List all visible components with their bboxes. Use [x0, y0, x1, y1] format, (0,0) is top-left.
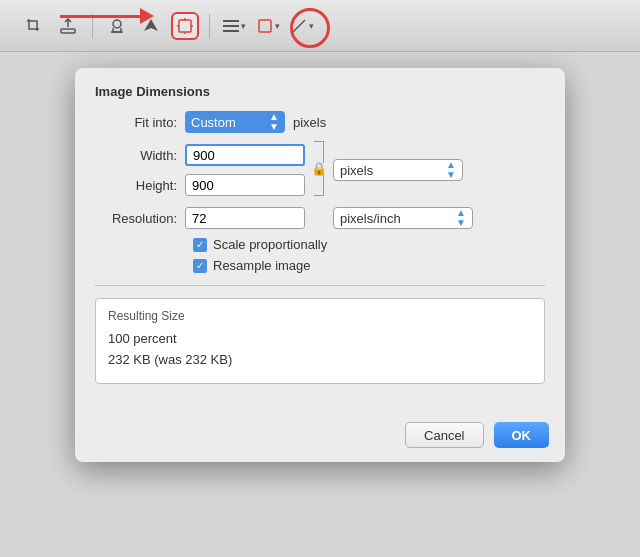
- scale-proportionally-row[interactable]: ✓ Scale proportionally: [193, 237, 545, 252]
- pixels-unit-label: pixels: [340, 163, 442, 178]
- resulting-size-section: Resulting Size 100 percent 232 KB (was 2…: [95, 298, 545, 384]
- arrow-line: [60, 15, 140, 18]
- arrow-annotation: [60, 8, 154, 24]
- section-title: Image Dimensions: [95, 84, 545, 99]
- ok-button[interactable]: OK: [494, 422, 550, 448]
- fit-into-label: Fit into:: [95, 115, 185, 130]
- svg-rect-11: [259, 20, 271, 32]
- fit-into-arrow-icon: ▲▼: [269, 112, 279, 132]
- arrow-head: [140, 8, 154, 24]
- cancel-button[interactable]: Cancel: [405, 422, 483, 448]
- menu-dropdown[interactable]: ▾: [220, 12, 248, 40]
- circle-annotation: [290, 8, 330, 48]
- pixels-per-inch-arrow-icon: ▲▼: [456, 208, 466, 228]
- dialog-content: Image Dimensions Fit into: Custom ▲▼ pix…: [75, 68, 565, 412]
- width-input[interactable]: [185, 144, 305, 166]
- toolbar-separator-2: [209, 14, 210, 38]
- pixels-per-inch-select[interactable]: pixels/inch ▲▼: [333, 207, 473, 229]
- crop-icon[interactable]: [20, 12, 48, 40]
- pixels-arrow-icon: ▲▼: [446, 160, 456, 180]
- rect-dropdown[interactable]: ▾: [254, 12, 282, 40]
- svg-rect-9: [223, 25, 239, 27]
- svg-rect-3: [179, 20, 191, 32]
- fit-into-select[interactable]: Custom ▲▼: [185, 111, 285, 133]
- fit-into-row: Fit into: Custom ▲▼ pixels: [95, 111, 545, 133]
- width-row: Width:: [95, 144, 305, 166]
- result-percent: 100 percent: [108, 331, 532, 346]
- resolution-row: Resolution: pixels/inch ▲▼: [95, 207, 545, 229]
- scale-proportionally-checkbox[interactable]: ✓: [193, 238, 207, 252]
- height-label: Height:: [95, 178, 185, 193]
- resample-image-row[interactable]: ✓ Resample image: [193, 258, 545, 273]
- height-input[interactable]: [185, 174, 305, 196]
- pixels-select[interactable]: pixels ▲▼: [333, 159, 463, 181]
- bracket-bottom: [314, 174, 324, 196]
- svg-rect-10: [223, 30, 239, 32]
- fit-into-unit: pixels: [293, 115, 326, 130]
- screen: ▾ ▾ ▾ Image Dimensions Fit into:: [0, 0, 640, 557]
- height-row: Height:: [95, 174, 305, 196]
- fit-into-value: Custom: [191, 115, 265, 130]
- svg-rect-0: [61, 29, 75, 33]
- resample-image-checkbox[interactable]: ✓: [193, 259, 207, 273]
- bracket-top: [314, 141, 324, 163]
- resolution-label: Resolution:: [95, 211, 185, 226]
- resample-image-label: Resample image: [213, 258, 311, 273]
- image-dimensions-dialog: Image Dimensions Fit into: Custom ▲▼ pix…: [75, 68, 565, 462]
- lock-bracket: 🔒: [311, 141, 327, 199]
- select-icon[interactable]: [171, 12, 199, 40]
- result-size: 232 KB (was 232 KB): [108, 352, 532, 367]
- result-section-label: Resulting Size: [108, 309, 532, 323]
- scale-proportionally-label: Scale proportionally: [213, 237, 327, 252]
- toolbar: ▾ ▾ ▾: [0, 0, 640, 52]
- section-divider: [95, 285, 545, 286]
- width-label: Width:: [95, 148, 185, 163]
- resolution-input[interactable]: [185, 207, 305, 229]
- dialog-buttons: Cancel OK: [75, 412, 565, 462]
- pixels-per-inch-label: pixels/inch: [340, 211, 452, 226]
- svg-rect-8: [223, 20, 239, 22]
